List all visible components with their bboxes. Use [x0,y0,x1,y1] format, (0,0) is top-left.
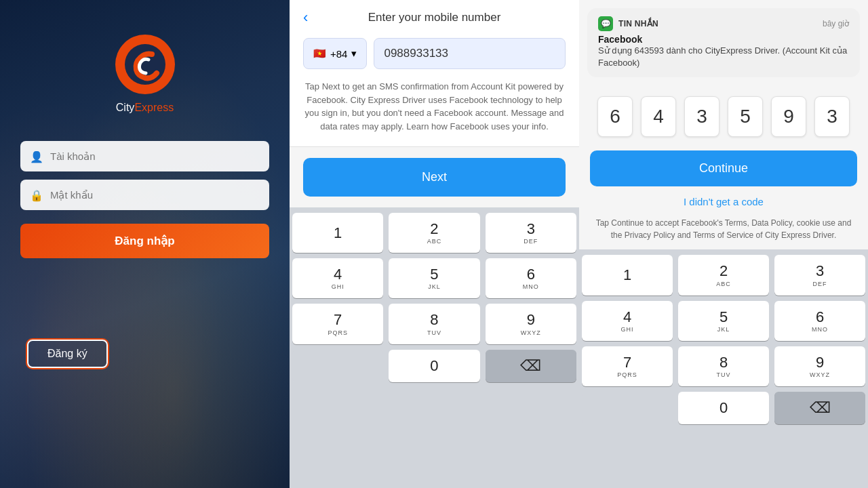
key-0[interactable]: 0 [678,392,769,424]
key-1[interactable]: 1 [582,255,673,295]
code-digit: 3 [684,96,719,137]
back-button[interactable]: ‹ [303,9,308,26]
key-6[interactable]: 6MNO [486,258,576,298]
backspace-key[interactable]: ⌫ [774,392,865,424]
keyboard-row: 0⌫ [582,392,865,424]
key-5[interactable]: 5JKL [389,258,479,298]
user-icon: 👤 [30,150,43,163]
panel-title: Enter your mobile number [368,11,501,24]
flag-icon: 🇻🇳 [313,47,326,60]
key-8[interactable]: 8TUV [389,304,479,344]
code-display: 643593 [590,96,857,137]
keyboard-row: 7PQRS8TUV9WXYZ [582,346,865,386]
register-button[interactable]: Đăng ký [27,340,108,368]
login-panel: CityExpress 👤 🔒 Đăng nhập Đăng ký [0,0,290,488]
nav-header: ‹ Enter your mobile number [303,11,566,24]
phone-number-input[interactable] [374,38,566,69]
empty-key [292,350,383,382]
sms-notification: 💬 TIN NHẮN bây giờ Facebook Sử dụng 6435… [587,8,860,77]
country-selector[interactable]: 🇻🇳 +84 ▾ [303,38,367,69]
key-5[interactable]: 5JKL [678,301,769,341]
login-content: CityExpress 👤 🔒 Đăng nhập Đăng ký [0,0,290,388]
terms-text: Tap Continue to accept Facebook's Terms,… [579,217,868,249]
key-3[interactable]: 3DEF [774,255,865,295]
code-digit: 3 [814,96,850,137]
phone-keyboard: 12ABC3DEF4GHI5JKL6MNO7PQRS8TUV9WXYZ0⌫ [290,207,579,488]
key-4[interactable]: 4GHI [292,258,383,298]
chevron-down-icon: ▾ [351,47,357,60]
logo-container: CityExpress [115,34,176,114]
key-3[interactable]: 3DEF [486,213,576,253]
no-code-button[interactable]: I didn't get a code [684,196,764,207]
key-7[interactable]: 7PQRS [292,304,383,344]
keyboard-row: 4GHI5JKL6MNO [582,301,865,341]
empty-key [582,392,673,424]
key-6[interactable]: 6MNO [774,301,865,341]
logo-text: CityExpress [116,102,174,114]
phone-panel: ‹ Enter your mobile number 🇻🇳 +84 ▾ Tap … [290,0,579,488]
sms-app-name: TIN NHẮN [618,19,658,28]
keyboard-row: 7PQRS8TUV9WXYZ [292,304,576,344]
next-button[interactable]: Next [303,158,566,197]
lock-icon: 🔒 [30,188,43,201]
key-9[interactable]: 9WXYZ [774,346,865,386]
learn-more-link[interactable]: Learn how Facebook uses your info. [406,121,549,131]
sms-body: Sử dụng 643593 dành cho CityExpress Driv… [598,45,849,69]
phone-info-text: Tap Next to get an SMS confirmation from… [303,80,566,133]
password-wrapper: 🔒 [20,180,269,210]
key-1[interactable]: 1 [292,213,383,253]
key-2[interactable]: 2ABC [389,213,479,253]
logo-express: Express [134,102,174,113]
phone-top: ‹ Enter your mobile number 🇻🇳 +84 ▾ Tap … [290,0,579,147]
sms-keyboard: 12ABC3DEF4GHI5JKL6MNO7PQRS8TUV9WXYZ0⌫ [579,249,868,488]
username-wrapper: 👤 [20,141,269,171]
phone-inputs: 🇻🇳 +84 ▾ [303,38,566,69]
login-form: 👤 🔒 Đăng nhập [20,141,269,258]
key-7[interactable]: 7PQRS [582,346,673,386]
key-8[interactable]: 8TUV [678,346,769,386]
key-4[interactable]: 4GHI [582,301,673,341]
backspace-key[interactable]: ⌫ [486,350,576,382]
code-digit: 5 [728,96,763,137]
sms-time: bây giờ [823,19,849,28]
keyboard-row: 12ABC3DEF [582,255,865,295]
key-0[interactable]: 0 [389,350,479,382]
password-input[interactable] [20,180,269,210]
sms-notif-title: 💬 TIN NHẮN [598,16,658,31]
key-2[interactable]: 2ABC [678,255,769,295]
logo-city: City [116,102,135,113]
continue-button[interactable]: Continue [590,150,857,186]
country-code: +84 [330,48,347,60]
sms-app-icon: 💬 [598,16,613,31]
keyboard-row: 4GHI5JKL6MNO [292,258,576,298]
keyboard-row: 0⌫ [292,350,576,382]
sms-sender: Facebook [598,34,849,45]
sms-notif-header: 💬 TIN NHẮN bây giờ [598,16,849,31]
logo-icon [115,34,176,95]
keyboard-row: 12ABC3DEF [292,213,576,253]
key-9[interactable]: 9WXYZ [486,304,576,344]
code-digit: 4 [641,96,676,137]
sms-panel: 💬 TIN NHẮN bây giờ Facebook Sử dụng 6435… [579,0,868,488]
code-digit: 6 [597,96,633,137]
username-input[interactable] [20,141,269,171]
code-digit: 9 [771,96,806,137]
login-button[interactable]: Đăng nhập [20,224,269,258]
